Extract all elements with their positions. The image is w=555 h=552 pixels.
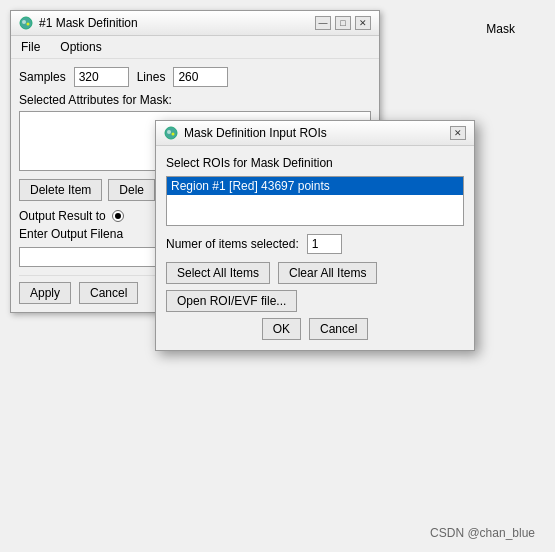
modal-title: Mask Definition Input ROIs: [184, 126, 327, 140]
count-input[interactable]: [307, 234, 342, 254]
svg-point-4: [167, 130, 171, 134]
roi-list-item-0[interactable]: Region #1 [Red] 43697 points: [167, 177, 463, 195]
select-all-button[interactable]: Select All Items: [166, 262, 270, 284]
count-row: Numer of items selected:: [166, 234, 464, 254]
modal-title-bar: Mask Definition Input ROIs ✕: [156, 121, 474, 146]
modal-title-left: Mask Definition Input ROIs: [164, 126, 327, 140]
modal-cancel-button[interactable]: Cancel: [309, 318, 368, 340]
modal-title-controls: ✕: [450, 126, 466, 140]
modal-app-logo-icon: [164, 126, 178, 140]
ok-cancel-row: OK Cancel: [166, 318, 464, 340]
modal-close-button[interactable]: ✕: [450, 126, 466, 140]
modal-overlay: Mask Definition Input ROIs ✕ Select ROIs…: [0, 0, 555, 552]
clear-all-button[interactable]: Clear All Items: [278, 262, 377, 284]
count-label: Numer of items selected:: [166, 237, 299, 251]
modal-content: Select ROIs for Mask Definition Region #…: [156, 146, 474, 350]
select-clear-row: Select All Items Clear All Items: [166, 262, 464, 284]
modal-section-label: Select ROIs for Mask Definition: [166, 156, 464, 170]
roi-list[interactable]: Region #1 [Red] 43697 points: [166, 176, 464, 226]
modal-window: Mask Definition Input ROIs ✕ Select ROIs…: [155, 120, 475, 351]
svg-point-3: [165, 127, 177, 139]
watermark: CSDN @chan_blue: [430, 526, 535, 540]
modal-ok-button[interactable]: OK: [262, 318, 301, 340]
open-roi-button[interactable]: Open ROI/EVF file...: [166, 290, 297, 312]
svg-point-5: [172, 133, 175, 136]
open-roi-row: Open ROI/EVF file...: [166, 290, 464, 312]
